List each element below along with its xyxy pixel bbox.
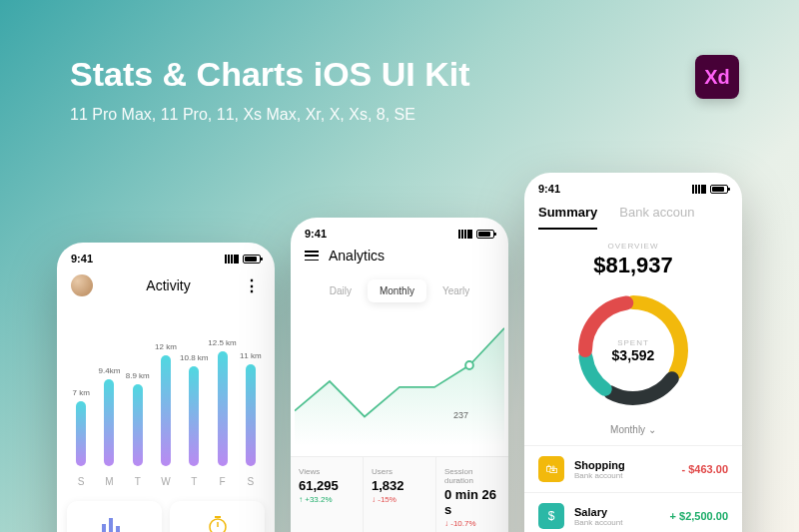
svg-rect-2	[116, 526, 120, 532]
metric-session[interactable]: Session duration 0 min 26 s ↓ -10.7%	[436, 457, 508, 532]
overview-amount: $81,937	[524, 253, 742, 278]
screen-title: Analytics	[329, 248, 385, 264]
metric-views[interactable]: Views 61,295 ↑ +33.2%	[291, 457, 364, 532]
spending-donut-chart: SPENT $3,592	[524, 282, 742, 418]
bars-icon	[100, 516, 130, 532]
status-time: 9:41	[71, 253, 93, 265]
mini-card-timer[interactable]	[170, 501, 265, 532]
signal-icon	[225, 255, 239, 264]
mini-card-chart[interactable]	[67, 501, 162, 532]
avatar[interactable]	[71, 274, 93, 296]
signal-icon	[458, 230, 472, 239]
overview-label: OVERVIEW	[524, 242, 742, 251]
shopping-icon: 🛍	[538, 456, 564, 482]
phone-summary: 9:41 Summary Bank accoun OVERVIEW $81,93…	[524, 173, 742, 532]
screen-title: Activity	[146, 277, 190, 293]
day-axis: SMTWTFS	[57, 466, 275, 487]
salary-icon: $	[538, 503, 564, 529]
xd-badge: Xd	[695, 55, 739, 99]
xd-badge-text: Xd	[704, 66, 730, 89]
tab-daily[interactable]: Daily	[318, 279, 364, 302]
marker-label: 237	[453, 410, 468, 420]
spent-amount: $3,592	[612, 347, 655, 363]
metric-users[interactable]: Users 1,832 ↓ -15%	[364, 457, 436, 532]
battery-icon	[243, 255, 261, 264]
menu-icon[interactable]	[305, 251, 319, 261]
more-icon[interactable]: ⋮	[244, 276, 261, 295]
delta-down-icon: ↓ -10.7%	[444, 519, 500, 528]
status-icons	[458, 230, 494, 239]
status-icons	[692, 185, 728, 194]
tx-amount: + $2,500.00	[670, 510, 728, 522]
period-select[interactable]: Monthly ⌄	[524, 418, 742, 445]
transaction-row[interactable]: $ Salary Bank account + $2,500.00	[524, 492, 742, 532]
stopwatch-icon	[207, 515, 229, 532]
transaction-row[interactable]: 🛍 Shopping Bank account - $463.00	[524, 445, 742, 492]
delta-up-icon: ↑ +33.2%	[299, 495, 355, 504]
status-time: 9:41	[538, 183, 560, 195]
delta-down-icon: ↓ -15%	[372, 495, 427, 504]
phone-analytics: 9:41 Analytics Daily Monthly Yearly 237	[291, 218, 508, 532]
status-icons	[225, 255, 261, 264]
spent-label: SPENT	[612, 338, 655, 347]
svg-rect-1	[109, 518, 113, 532]
tab-yearly[interactable]: Yearly	[430, 279, 481, 302]
phone-activity: 9:41 Activity ⋮ 7 km9.4km8.9 km12 km10.8…	[57, 243, 275, 532]
tab-bank[interactable]: Bank accoun	[619, 205, 694, 230]
chevron-down-icon: ⌄	[648, 424, 656, 435]
svg-point-6	[465, 361, 473, 369]
hero-subtitle: 11 Pro Max, 11 Pro, 11, Xs Max, Xr, X, X…	[70, 106, 470, 124]
tab-monthly[interactable]: Monthly	[368, 279, 426, 302]
svg-rect-4	[215, 516, 221, 518]
tx-amount: - $463.00	[682, 463, 728, 475]
hero-title: Stats & Charts iOS UI Kit	[70, 55, 470, 94]
activity-bar-chart: 7 km9.4km8.9 km12 km10.8 km12.5 km11 km	[57, 306, 275, 466]
tab-summary[interactable]: Summary	[538, 205, 597, 230]
status-time: 9:41	[305, 228, 327, 240]
signal-icon	[692, 185, 706, 194]
battery-icon	[476, 230, 494, 239]
svg-rect-0	[102, 524, 106, 532]
battery-icon	[710, 185, 728, 194]
analytics-line-chart: 237	[295, 316, 504, 446]
